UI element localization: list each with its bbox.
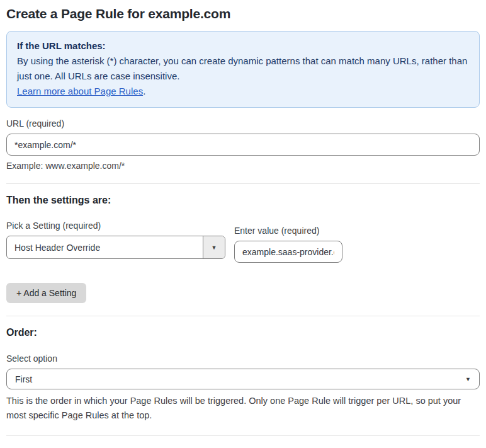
url-match-info-box: If the URL matches: By using the asteris… [6,31,480,108]
order-select[interactable]: First ▼ [6,369,480,389]
url-field-group: URL (required) Example: www.example.com/… [6,118,480,171]
setting-select[interactable]: Host Header Override ▼ [6,236,225,259]
info-box-link-line: Learn more about Page Rules. [17,84,469,99]
create-page-rule-form: Create a Page Rule for example.com If th… [0,0,486,448]
url-input[interactable] [6,134,480,156]
info-box-body: By using the asterisk (*) character, you… [17,54,469,84]
setting-select-value: Host Header Override [7,243,203,253]
settings-row: Pick a Setting (required) Host Header Ov… [6,221,480,263]
divider [6,183,480,184]
learn-more-link[interactable]: Learn more about Page Rules [17,86,143,96]
divider [6,316,480,316]
enter-value-label: Enter value (required) [234,226,342,236]
setting-value-input[interactable] [234,241,342,263]
url-example-text: Example: www.example.com/* [6,161,480,171]
order-select-value: First [15,374,465,384]
settings-section-heading: Then the settings are: [6,195,480,206]
enter-value-column: Enter value (required) [234,226,342,263]
link-period: . [143,86,145,96]
caret-down-icon: ▼ [465,376,471,382]
add-setting-button[interactable]: + Add a Setting [6,283,86,303]
pick-setting-column: Pick a Setting (required) Host Header Ov… [6,221,225,263]
order-section-heading: Order: [6,327,480,338]
order-description: This is the order in which your Page Rul… [6,394,478,423]
order-select-label: Select option [6,353,480,364]
divider [6,435,480,436]
info-box-heading: If the URL matches: [17,38,469,54]
url-label: URL (required) [6,118,480,129]
dropdown-arrow-icon: ▼ [203,236,225,258]
page-title: Create a Page Rule for example.com [6,6,480,21]
pick-setting-label: Pick a Setting (required) [6,221,225,231]
